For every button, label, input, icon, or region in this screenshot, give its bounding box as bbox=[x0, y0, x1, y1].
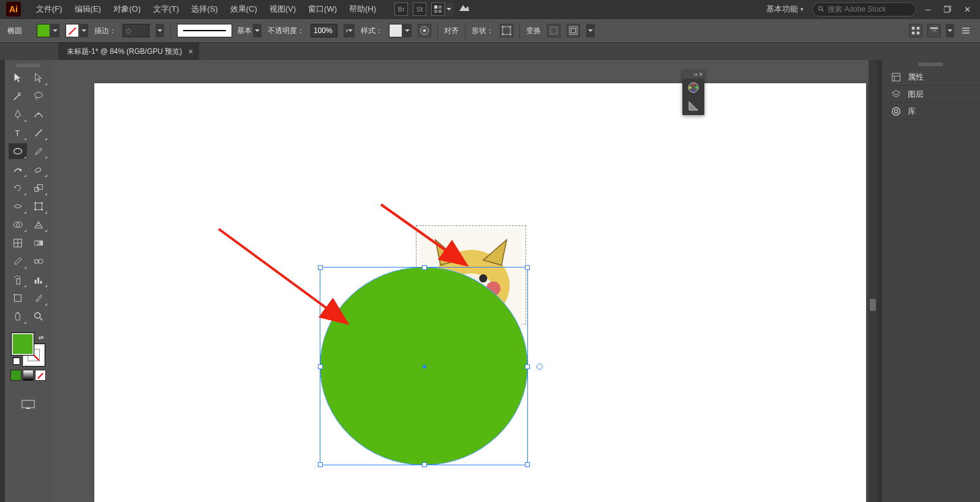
color-mode-gradient[interactable] bbox=[23, 370, 34, 381]
vertical-scroll-thumb[interactable] bbox=[870, 299, 876, 311]
menu-view[interactable]: 视图(V) bbox=[263, 4, 302, 15]
handle-s[interactable] bbox=[422, 462, 427, 467]
menu-edit[interactable]: 编辑(E) bbox=[69, 4, 107, 15]
magic-wand-tool[interactable] bbox=[9, 88, 27, 104]
stock-icon[interactable]: St bbox=[413, 2, 426, 16]
scale-tool[interactable] bbox=[29, 180, 48, 196]
draw-behind[interactable] bbox=[24, 384, 32, 393]
shaper-tool[interactable] bbox=[9, 162, 27, 178]
window-minimize-icon[interactable]: ─ bbox=[920, 3, 936, 15]
draw-normal[interactable] bbox=[13, 384, 21, 393]
arrange-docs-icon[interactable] bbox=[431, 2, 445, 16]
transform-icon-1[interactable] bbox=[547, 24, 560, 37]
graphic-style-swatch[interactable] bbox=[389, 24, 412, 37]
collapsed-panel-header[interactable]: ››× bbox=[682, 70, 704, 78]
transform-dropdown[interactable] bbox=[586, 24, 595, 37]
panel-icon-1[interactable] bbox=[909, 24, 922, 37]
shape-props-icon[interactable] bbox=[500, 24, 513, 37]
fill-swatch[interactable] bbox=[37, 24, 59, 37]
panel-icon-2[interactable] bbox=[927, 24, 941, 37]
menu-object[interactable]: 对象(O) bbox=[107, 4, 147, 15]
stroke-weight-dropdown[interactable] bbox=[156, 24, 164, 37]
handle-n[interactable] bbox=[422, 265, 427, 270]
recolor-icon[interactable] bbox=[418, 24, 431, 37]
curvature-tool[interactable] bbox=[29, 107, 48, 122]
document-tab[interactable]: 未标题-1* @ 84% (RGB/GPU 预览) × bbox=[58, 43, 199, 60]
gradient-tool[interactable] bbox=[29, 235, 48, 251]
handle-sw[interactable] bbox=[318, 462, 323, 467]
close-icon[interactable]: × bbox=[699, 71, 703, 78]
panel-dropdown[interactable] bbox=[946, 24, 954, 37]
arrange-dropdown[interactable] bbox=[445, 2, 453, 16]
shape-builder-tool[interactable] bbox=[9, 217, 27, 233]
slice-tool[interactable] bbox=[29, 290, 48, 306]
width-tool[interactable] bbox=[9, 198, 27, 214]
artboard-tool[interactable] bbox=[9, 290, 27, 306]
bridge-icon[interactable]: Br bbox=[394, 2, 408, 16]
search-stock-input[interactable]: 搜索 Adobe Stock bbox=[812, 2, 916, 17]
expand-icon[interactable]: ›› bbox=[693, 71, 698, 78]
fill-color-box[interactable] bbox=[12, 333, 34, 355]
menu-file[interactable]: 文件(F) bbox=[30, 4, 69, 15]
menu-effect[interactable]: 效果(C) bbox=[224, 4, 263, 15]
menu-select[interactable]: 选择(S) bbox=[185, 4, 224, 15]
symbol-sprayer-tool[interactable] bbox=[9, 272, 27, 288]
menu-help[interactable]: 帮助(H) bbox=[343, 4, 382, 15]
free-transform-tool[interactable] bbox=[29, 198, 48, 214]
lasso-tool[interactable] bbox=[29, 88, 48, 104]
panel-properties[interactable]: 属性 bbox=[882, 69, 980, 86]
stroke-swatch[interactable] bbox=[66, 24, 88, 37]
ellipse-tool[interactable] bbox=[9, 143, 27, 159]
eyedropper-tool[interactable] bbox=[9, 253, 27, 269]
handle-w[interactable] bbox=[318, 364, 323, 369]
color-guide-icon[interactable] bbox=[682, 97, 704, 115]
right-panel-grip[interactable] bbox=[919, 62, 943, 66]
isolate-icon[interactable] bbox=[567, 24, 580, 37]
draw-inside[interactable] bbox=[35, 384, 43, 393]
eraser-tool[interactable] bbox=[29, 162, 48, 178]
selection-tool[interactable] bbox=[9, 70, 27, 86]
stroke-profile[interactable]: 基本 bbox=[177, 24, 262, 37]
document-area[interactable]: ››× bbox=[51, 60, 877, 502]
opacity-dropdown[interactable]: › bbox=[344, 24, 355, 37]
color-panel-icon[interactable] bbox=[682, 78, 704, 97]
column-graph-tool[interactable] bbox=[29, 272, 48, 288]
tab-close-icon[interactable]: × bbox=[188, 47, 193, 56]
swap-fill-stroke-icon[interactable]: ⇄ bbox=[39, 334, 43, 341]
toolbox-grip[interactable] bbox=[16, 64, 40, 67]
hand-tool[interactable] bbox=[9, 309, 27, 324]
line-tool[interactable] bbox=[29, 125, 48, 141]
transform-label[interactable]: 变换 bbox=[526, 26, 541, 36]
handle-se[interactable] bbox=[525, 462, 530, 467]
handle-nw[interactable] bbox=[318, 265, 323, 270]
color-mode-none[interactable] bbox=[35, 370, 46, 381]
color-mode-solid[interactable] bbox=[10, 370, 21, 381]
mesh-tool[interactable] bbox=[9, 235, 27, 251]
fill-stroke-widget[interactable]: ⇄ bbox=[12, 333, 45, 366]
screen-mode-icon[interactable] bbox=[21, 399, 36, 413]
menu-type[interactable]: 文字(T) bbox=[147, 4, 186, 15]
menu-window[interactable]: 窗口(W) bbox=[302, 4, 343, 15]
vertical-scrollbar[interactable] bbox=[869, 60, 877, 502]
window-restore-icon[interactable] bbox=[940, 3, 956, 15]
direct-selection-tool[interactable] bbox=[29, 70, 48, 86]
align-label[interactable]: 对齐 bbox=[444, 26, 459, 36]
handle-ne[interactable] bbox=[525, 265, 530, 270]
workspace-switcher[interactable]: 基本功能 ▾ bbox=[761, 4, 809, 15]
window-close-icon[interactable]: ✕ bbox=[959, 3, 975, 15]
menu-icon[interactable] bbox=[959, 24, 973, 37]
pen-tool[interactable] bbox=[9, 107, 27, 122]
type-tool[interactable]: T bbox=[9, 125, 27, 141]
default-fill-stroke-icon[interactable] bbox=[13, 358, 20, 365]
panel-libraries[interactable]: 库 bbox=[882, 103, 980, 120]
blend-tool[interactable] bbox=[29, 253, 48, 269]
gpu-icon[interactable] bbox=[458, 2, 470, 17]
collapsed-panel-dock[interactable]: ››× bbox=[682, 70, 704, 115]
opacity-input[interactable]: 100% bbox=[311, 24, 337, 37]
stroke-weight-input[interactable]: ◇ bbox=[123, 24, 149, 37]
handle-e[interactable] bbox=[525, 364, 530, 369]
perspective-tool[interactable] bbox=[29, 217, 48, 233]
zoom-tool[interactable] bbox=[29, 309, 48, 324]
rotate-tool[interactable] bbox=[9, 180, 27, 196]
pie-handle[interactable] bbox=[537, 364, 543, 370]
